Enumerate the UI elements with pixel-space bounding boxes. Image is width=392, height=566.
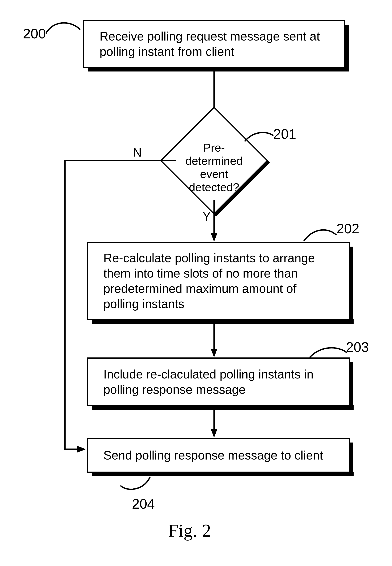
flowchart-page: 200 Receive polling request message sent… (0, 0, 392, 566)
node-204-text: Send polling response message to client (103, 448, 323, 463)
edge-label-yes: Y (203, 209, 211, 224)
node-203: Include re-claculated polling instants i… (87, 357, 350, 406)
edge-202-203 (210, 320, 218, 358)
ref-200: 200 (23, 26, 46, 42)
svg-marker-6 (211, 349, 217, 357)
node-204: Send polling response message to client (87, 438, 350, 473)
leader-204 (119, 477, 152, 496)
svg-marker-2 (77, 446, 86, 453)
ref-201: 201 (273, 126, 296, 142)
svg-marker-8 (211, 429, 217, 438)
svg-marker-4 (211, 233, 217, 242)
edge-label-no: N (133, 145, 142, 159)
node-202-text: Re-calculate polling instants to arrange… (103, 250, 333, 311)
node-201-text: Pre- determined event detected? (162, 141, 266, 194)
ref-203: 203 (346, 339, 369, 355)
node-200: Receive polling request message sent at … (83, 20, 345, 68)
ref-204: 204 (132, 496, 155, 512)
node-201: Pre- determined event detected? (176, 122, 252, 199)
leader-200 (44, 18, 82, 41)
node-200-text: Receive polling request message sent at … (99, 29, 329, 59)
figure-caption: Fig. 2 (168, 520, 211, 541)
edge-203-204 (210, 406, 218, 439)
ref-202: 202 (336, 221, 359, 237)
node-202: Re-calculate polling instants to arrange… (87, 242, 350, 320)
node-203-text: Include re-claculated polling instants i… (103, 367, 333, 397)
